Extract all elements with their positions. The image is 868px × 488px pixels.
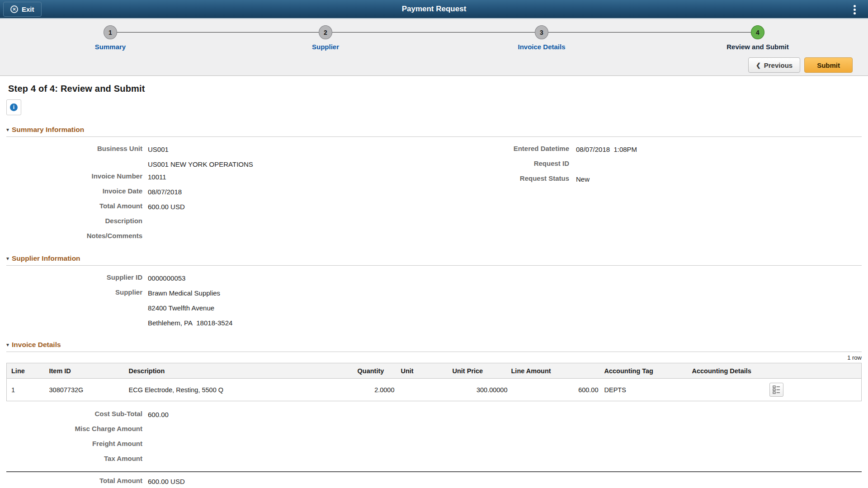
field-invoice-number: Invoice Number 10011 (6, 169, 427, 184)
step-label-supplier[interactable]: Supplier (253, 43, 398, 51)
page-title: Payment Request (0, 0, 868, 18)
cell-description: ECG Electrode, Resting, 5500 Q (123, 379, 358, 401)
col-header-line: Line (7, 363, 43, 379)
info-button[interactable]: i (6, 99, 21, 115)
grid-row-count: 1 row (6, 354, 862, 361)
summary-information-fields: Business Unit US001 US001 NEW YORK OPERA… (6, 142, 862, 244)
step-circle-summary[interactable]: 1 (104, 25, 117, 39)
col-header-unit: Unit (398, 363, 453, 379)
field-supplier-address2: Bethlehem, PA 18018-3524 (6, 315, 427, 330)
table-header-row: Line Item ID Description Quantity Unit U… (7, 363, 862, 379)
cell-unit-price: 300.00000 (453, 379, 511, 401)
accounting-details-icon (773, 385, 780, 394)
cell-line-amount: 600.00 (511, 379, 602, 401)
col-header-accounting-details: Accounting Details (692, 363, 862, 379)
field-request-status: Request Status New (427, 172, 637, 187)
cell-item-id: 30807732G (43, 379, 123, 401)
step-heading: Step 4 of 4: Review and Submit (8, 84, 862, 94)
section-title: Invoice Details (12, 341, 61, 349)
stepper-connector-line (110, 32, 758, 33)
field-notes-comments: Notes/Comments (6, 229, 427, 244)
chevron-left-icon: ❮ (756, 62, 761, 69)
main-content: Step 4 of 4: Review and Submit i ▾ Summa… (0, 84, 868, 488)
section-header-invoice-details[interactable]: ▾ Invoice Details (6, 341, 862, 352)
section-title: Supplier Information (12, 254, 80, 263)
step-label-invoice-details[interactable]: Invoice Details (469, 43, 614, 51)
field-invoice-date: Invoice Date 08/07/2018 (6, 184, 427, 199)
col-header-unit-price: Unit Price (453, 363, 511, 379)
step-circle-supplier[interactable]: 2 (319, 25, 332, 39)
field-supplier-address1: 82400 Twelfth Avenue (6, 300, 427, 315)
field-misc-charge-amount: Misc Charge Amount (6, 422, 862, 437)
field-total-amount: Total Amount 600.00 USD (6, 199, 427, 214)
col-header-description: Description (123, 363, 358, 379)
info-icon: i (10, 103, 18, 111)
col-header-item-id: Item ID (43, 363, 123, 379)
totals-divider (6, 471, 862, 472)
kebab-icon (854, 5, 856, 7)
field-tax-amount: Tax Amount (6, 452, 862, 467)
field-business-unit: Business Unit US001 US001 NEW YORK OPERA… (6, 142, 427, 169)
kebab-menu-button[interactable] (849, 3, 860, 16)
accounting-details-button[interactable] (769, 383, 783, 397)
cell-accounting-tag: DEPTS (602, 379, 692, 401)
field-supplier-name: Supplier Brawn Medical Supplies (6, 286, 427, 300)
cell-quantity: 2.0000 (358, 379, 398, 401)
field-description: Description (6, 214, 427, 229)
invoice-lines-table: Line Item ID Description Quantity Unit U… (6, 363, 862, 401)
field-cost-sub-total: Cost Sub-Total 600.00 (6, 407, 862, 422)
field-entered-datetime: Entered Datetime 08/07/2018 1:08PM (427, 142, 637, 157)
col-header-quantity: Quantity (358, 363, 398, 379)
app-header: ✕ Exit Payment Request (0, 0, 868, 19)
supplier-information-fields: Supplier ID 0000000053 Supplier Brawn Me… (6, 271, 862, 330)
previous-button[interactable]: ❮ Previous (748, 57, 800, 73)
chevron-down-icon: ▾ (6, 127, 9, 133)
col-header-accounting-tag: Accounting Tag (602, 363, 692, 379)
step-circle-invoice-details[interactable]: 3 (535, 25, 548, 39)
section-title: Summary Information (12, 126, 84, 134)
progress-band: 1 2 3 4 Summary Supplier Invoice Details… (0, 19, 868, 76)
step-label-review-submit: Review and Submit (685, 43, 830, 51)
cell-line: 1 (7, 379, 43, 401)
section-header-supplier-information[interactable]: ▾ Supplier Information (6, 254, 862, 266)
submit-button[interactable]: Submit (804, 57, 853, 73)
chevron-down-icon: ▾ (6, 342, 9, 348)
field-freight-amount: Freight Amount (6, 437, 862, 452)
chevron-down-icon: ▾ (6, 255, 9, 262)
field-grand-total-amount: Total Amount 600.00 USD (6, 474, 862, 488)
cell-unit (398, 379, 453, 401)
table-row: 1 30807732G ECG Electrode, Resting, 5500… (7, 379, 862, 401)
wizard-actions: ❮ Previous Submit (748, 57, 853, 73)
field-request-id: Request ID (427, 157, 637, 172)
field-supplier-id: Supplier ID 0000000053 (6, 271, 427, 286)
section-header-summary-information[interactable]: ▾ Summary Information (6, 126, 862, 137)
cell-accounting-details (692, 379, 862, 401)
col-header-line-amount: Line Amount (511, 363, 602, 379)
invoice-totals: Cost Sub-Total 600.00 Misc Charge Amount… (6, 407, 862, 488)
step-label-summary[interactable]: Summary (38, 43, 183, 51)
step-circle-review-submit[interactable]: 4 (751, 25, 764, 39)
